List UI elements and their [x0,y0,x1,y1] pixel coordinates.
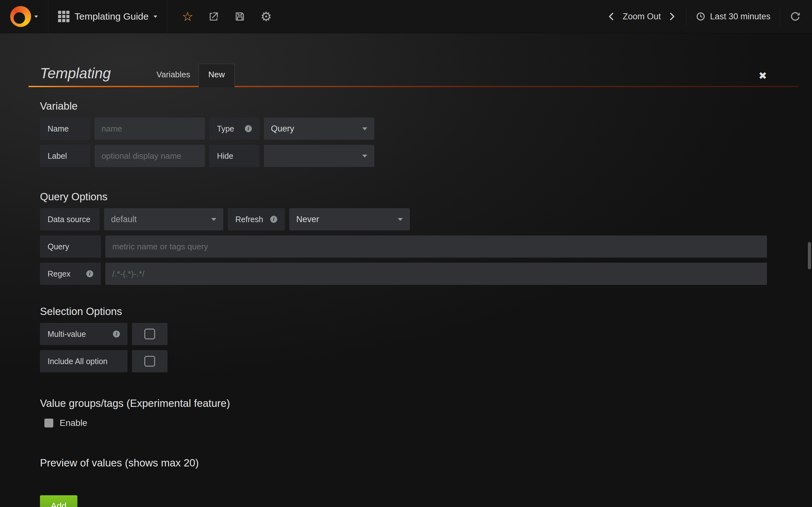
dashboard-settings-view: Templating Variables New ✖ Variable Name… [0,33,812,507]
time-controls: Zoom Out Last 30 minutes [607,0,812,33]
info-icon[interactable]: i [270,216,277,223]
tab-new[interactable]: New [199,64,235,87]
variable-name-row: Name Type i Query [40,118,767,140]
regex-input[interactable] [105,263,767,285]
dashboard-actions: ☆ ⚙ [167,0,287,33]
info-icon[interactable]: i [113,331,120,337]
chevron-down-icon [34,15,38,18]
data-source-label: Data source [40,208,100,230]
include-all-label: Include All option [40,350,128,372]
refresh-label: Refresh i [228,208,285,230]
chevron-right-icon[interactable] [667,12,676,21]
data-source-select[interactable]: default [104,208,223,230]
time-range-picker[interactable]: Last 30 minutes [686,7,780,26]
dashboard-picker[interactable]: Templating Guide [49,0,167,33]
add-button[interactable]: Add [40,495,78,507]
chevron-down-icon [154,15,157,18]
enable-label: Enable [60,418,87,428]
include-all-checkbox-container [132,350,167,372]
name-label: Name [40,118,90,140]
refresh-select[interactable]: Never [289,208,410,230]
page-title: Templating [40,65,111,86]
enable-row: Enable [40,418,767,428]
include-all-checkbox[interactable] [144,356,155,367]
grafana-logo-icon [10,6,31,27]
zoom-controls: Zoom Out [607,12,686,21]
preview-heading: Preview of values (shows max 20) [40,456,767,470]
hide-select[interactable] [264,145,374,167]
scrollbar-thumb[interactable] [808,242,811,269]
hide-label: Hide [209,145,259,167]
close-icon[interactable]: ✖ [758,71,767,86]
regex-row: Regex i [40,263,767,285]
query-options-heading: Query Options [40,190,767,204]
header-accent-line [29,86,799,87]
variable-section-heading: Variable [40,99,767,113]
top-navbar: Templating Guide ☆ ⚙ Zoom Out Last 30 mi… [0,0,812,33]
dashboard-grid-icon [58,11,69,22]
variable-label-input[interactable] [95,145,205,167]
gear-icon[interactable]: ⚙ [260,10,272,23]
chevron-down-icon [362,127,367,130]
value-groups-heading: Value groups/tags (Experimental feature) [40,396,767,410]
query-row: Query [40,235,767,258]
refresh-label-text: Refresh [235,215,263,224]
type-select-value: Query [271,124,294,134]
clock-icon [696,12,705,21]
grafana-menu-button[interactable] [0,0,49,33]
regex-label-text: Regex [48,269,70,279]
include-all-row: Include All option [40,350,767,372]
refresh-button[interactable] [780,7,801,26]
info-icon[interactable]: i [86,270,93,277]
multi-value-label: Multi-value i [40,323,128,345]
enable-checkbox[interactable] [44,418,53,428]
datasource-row: Data source default Refresh i Never [40,208,767,230]
templating-tabs: Variables New [148,64,235,86]
multi-value-checkbox-container [132,323,167,345]
type-label-text: Type [217,124,234,133]
star-icon[interactable]: ☆ [182,10,193,23]
variable-label-row: Label Hide [40,145,767,167]
time-range-label: Last 30 minutes [710,12,770,21]
data-source-value: default [111,215,137,224]
templating-header: Templating Variables New ✖ [40,64,767,86]
query-input[interactable] [105,235,767,258]
query-label: Query [40,235,101,258]
chevron-left-icon[interactable] [607,12,616,21]
refresh-icon [790,11,801,22]
chevron-down-icon [362,155,367,158]
type-select[interactable]: Query [264,118,374,140]
info-icon[interactable]: i [245,125,252,132]
multi-value-label-text: Multi-value [48,330,86,339]
zoom-out-button[interactable]: Zoom Out [623,12,661,21]
multi-value-checkbox[interactable] [144,329,155,339]
chevron-down-icon [398,218,403,221]
tab-variables[interactable]: Variables [148,65,198,86]
dashboard-title: Templating Guide [74,11,148,22]
regex-label: Regex i [40,263,101,285]
selection-options-heading: Selection Options [40,304,767,319]
variable-name-input[interactable] [95,118,205,140]
chevron-down-icon [211,218,216,221]
multi-value-row: Multi-value i [40,323,767,345]
type-label: Type i [209,118,259,140]
label-label: Label [40,145,90,167]
save-icon[interactable] [235,11,245,22]
refresh-select-value: Never [296,215,319,224]
share-icon[interactable] [208,11,219,22]
